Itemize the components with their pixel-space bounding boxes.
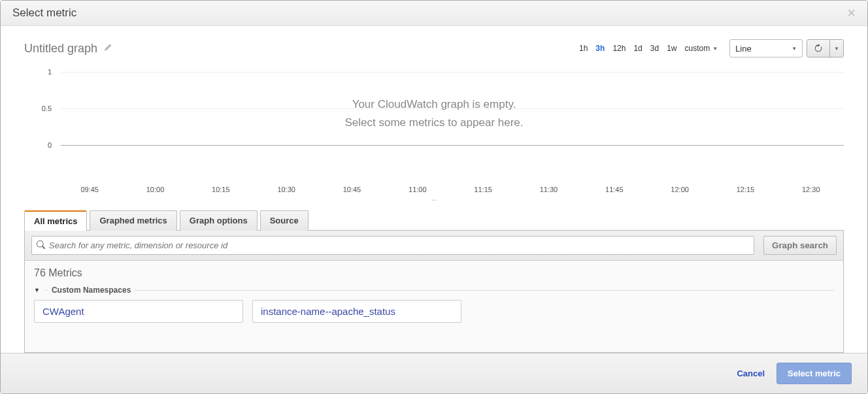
namespaces-section-label: Custom Namespaces <box>52 286 131 295</box>
x-tick: 11:45 <box>582 186 647 193</box>
search-icon <box>37 240 45 251</box>
metrics-browser[interactable]: 76 Metrics ▼ Custom Namespaces CWAgent i… <box>25 261 843 329</box>
modal-header: Select metric × <box>1 1 867 26</box>
x-tick: 10:00 <box>122 186 188 193</box>
time-range-options: 1h 3h 12h 1d 3d 1w custom ▼ <box>579 44 718 53</box>
time-range-12h[interactable]: 12h <box>612 44 626 53</box>
namespace-tile-cwagent[interactable]: CWAgent <box>34 300 243 323</box>
time-range-custom-label: custom <box>684 44 710 53</box>
tab-graph-options[interactable]: Graph options <box>180 210 258 231</box>
tab-bar: All metrics Graphed metrics Graph option… <box>24 210 844 230</box>
namespaces-section-header[interactable]: ▼ Custom Namespaces <box>34 286 834 295</box>
x-axis-line <box>61 145 844 146</box>
graph-title[interactable]: Untitled graph <box>24 42 97 56</box>
chart-type-select[interactable]: Line ▼ <box>729 39 803 57</box>
select-metric-button[interactable]: Select metric <box>776 363 852 384</box>
namespace-tile-apache-status[interactable]: instance-name--apache_status <box>252 300 461 323</box>
modal-footer: Cancel Select metric <box>1 353 867 393</box>
x-tick: 10:15 <box>188 186 254 193</box>
x-tick: 11:15 <box>450 186 516 193</box>
divider <box>44 290 48 291</box>
x-tick: 12:00 <box>647 186 712 193</box>
metric-search-input[interactable] <box>31 236 754 255</box>
chart-canvas: 1 0.5 0 Your CloudWatch graph is empty. … <box>24 72 844 183</box>
select-metric-modal: Select metric × Untitled graph 1h 3h 12h… <box>0 0 868 394</box>
time-range-3h[interactable]: 3h <box>595 44 605 53</box>
caret-down-icon: ▼ <box>712 46 718 52</box>
graph-title-wrap: Untitled graph <box>24 42 112 56</box>
time-range-custom[interactable]: custom ▼ <box>684 44 718 53</box>
time-range-1d[interactable]: 1d <box>633 44 642 53</box>
y-tick: 0 <box>48 141 57 149</box>
pencil-icon[interactable] <box>104 44 112 54</box>
search-row: Graph search <box>25 231 843 261</box>
x-tick: 09:45 <box>57 186 122 193</box>
x-tick: 11:00 <box>385 186 450 193</box>
x-tick: 10:45 <box>319 186 384 193</box>
caret-down-icon: ▼ <box>34 287 40 293</box>
cancel-button[interactable]: Cancel <box>737 369 765 378</box>
graph-controls: 1h 3h 12h 1d 3d 1w custom ▼ Line ▼ <box>579 39 844 57</box>
caret-down-icon: ▼ <box>834 46 839 52</box>
time-range-1w[interactable]: 1w <box>667 44 676 53</box>
metrics-count: 76 Metrics <box>34 267 834 279</box>
chart-type-value: Line <box>735 44 752 54</box>
chart-sub-indicator: ... <box>24 195 844 202</box>
close-icon[interactable]: × <box>847 6 856 20</box>
tab-panel: Graph search 76 Metrics ▼ Custom Namespa… <box>24 230 844 353</box>
refresh-options-button[interactable]: ▼ <box>830 40 843 57</box>
refresh-icon <box>814 44 823 53</box>
x-tick: 12:15 <box>712 186 778 193</box>
x-tick: 12:30 <box>778 186 844 193</box>
x-tick-row: 09:45 10:00 10:15 10:30 10:45 11:00 11:1… <box>24 186 844 193</box>
graph-header-row: Untitled graph 1h 3h 12h 1d 3d 1w custom… <box>24 39 844 57</box>
caret-down-icon: ▼ <box>792 46 797 52</box>
time-range-1h[interactable]: 1h <box>579 44 588 53</box>
tab-source[interactable]: Source <box>260 210 309 231</box>
y-gridline <box>61 72 844 73</box>
refresh-button[interactable] <box>807 40 830 57</box>
x-tick: 10:30 <box>254 186 319 193</box>
chart-empty-title: Your CloudWatch graph is empty. <box>24 98 844 111</box>
time-range-3d[interactable]: 3d <box>650 44 659 53</box>
tab-graphed-metrics[interactable]: Graphed metrics <box>90 210 176 231</box>
chart-empty-subtitle: Select some metrics to appear here. <box>24 116 844 129</box>
divider <box>135 290 834 291</box>
graph-search-button[interactable]: Graph search <box>763 236 837 255</box>
tab-all-metrics[interactable]: All metrics <box>24 210 87 231</box>
search-wrap <box>31 236 754 255</box>
namespace-tiles: CWAgent instance-name--apache_status <box>34 300 834 323</box>
x-tick: 11:30 <box>516 186 581 193</box>
refresh-button-group: ▼ <box>807 39 844 57</box>
modal-title: Select metric <box>12 7 76 20</box>
y-tick: 1 <box>48 68 57 76</box>
modal-body: Untitled graph 1h 3h 12h 1d 3d 1w custom… <box>1 26 867 353</box>
